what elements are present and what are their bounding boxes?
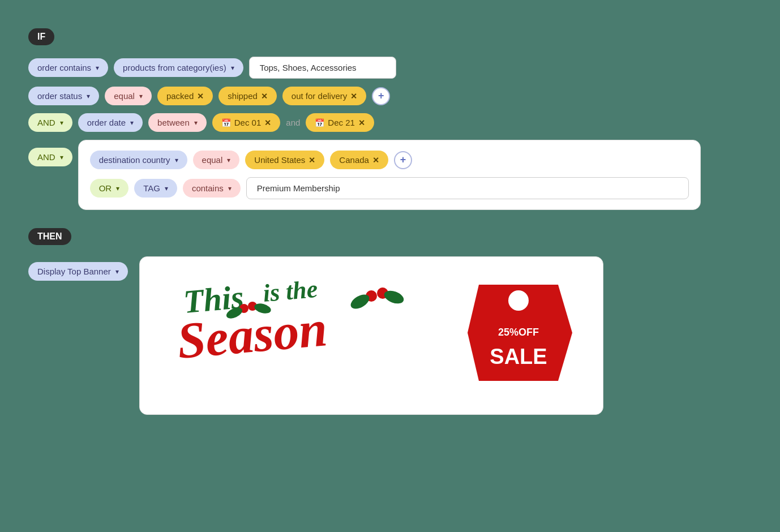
shipped-pill[interactable]: shipped ✕ (218, 87, 277, 105)
destination-country-pill[interactable]: destination country (90, 151, 187, 169)
order-date-pill[interactable]: order date (78, 113, 143, 132)
and-pill-4[interactable]: AND (28, 148, 72, 166)
tag-pill[interactable]: TAG (134, 179, 177, 198)
shipped-close-icon[interactable]: ✕ (261, 92, 268, 101)
then-section: THEN Display Top Banner This is the (28, 228, 742, 415)
out-for-delivery-pill[interactable]: out for delivery ✕ (282, 87, 366, 105)
date1-pill[interactable]: 📅 Dec 01 ✕ (212, 113, 281, 132)
svg-text:25%OFF: 25%OFF (498, 327, 539, 338)
condition-row-1: order contains products from category(ie… (28, 57, 742, 79)
products-from-category-pill[interactable]: products from category(ies) (114, 58, 243, 77)
banner-svg: This is the Season (151, 262, 592, 409)
united-states-close-icon[interactable]: ✕ (308, 156, 315, 165)
nested-row-2: OR TAG contains Premium Membership (90, 177, 689, 199)
premium-membership-input[interactable]: Premium Membership (246, 177, 689, 199)
condition-row-2: order status equal packed ✕ shipped ✕ ou… (28, 87, 742, 105)
nested-condition-box: destination country equal United States … (78, 140, 701, 210)
date2-close-icon[interactable]: ✕ (358, 118, 365, 127)
nested-row-1: destination country equal United States … (90, 151, 689, 169)
add-country-button[interactable]: + (394, 151, 412, 169)
price-tag-group: 25%OFF SALE (468, 285, 572, 381)
united-states-pill[interactable]: United States ✕ (245, 151, 324, 169)
then-action-row: Display Top Banner This is the (28, 256, 742, 415)
and-pill-3[interactable]: AND (28, 113, 72, 132)
if-badge: IF (28, 28, 742, 57)
date2-pill[interactable]: 📅 Dec 21 ✕ (306, 113, 374, 132)
order-contains-pill[interactable]: order contains (28, 58, 108, 77)
packed-pill[interactable]: packed ✕ (157, 87, 213, 105)
equal-pill-2[interactable]: equal (105, 87, 152, 105)
condition-row-4: AND destination country equal United Sta… (28, 140, 742, 210)
categories-input[interactable]: Tops, Shoes, Accessories (249, 57, 396, 79)
canada-pill[interactable]: Canada ✕ (330, 151, 388, 169)
or-pill[interactable]: OR (90, 179, 129, 198)
calendar-icon-2: 📅 (315, 118, 324, 127)
between-pill[interactable]: between (148, 113, 207, 132)
nested-equal-pill[interactable]: equal (193, 151, 240, 169)
banner-preview: This is the Season (139, 256, 603, 415)
and-text-between-dates: and (286, 118, 300, 127)
date1-close-icon[interactable]: ✕ (264, 118, 271, 127)
calendar-icon-1: 📅 (221, 118, 231, 127)
canada-close-icon[interactable]: ✕ (372, 156, 379, 165)
out-for-delivery-close-icon[interactable]: ✕ (350, 92, 357, 101)
order-status-pill[interactable]: order status (28, 87, 99, 105)
add-status-button[interactable]: + (372, 87, 390, 105)
condition-row-3: AND order date between 📅 Dec 01 ✕ and 📅 … (28, 113, 742, 132)
svg-point-12 (508, 290, 529, 311)
svg-text:SALE: SALE (490, 345, 547, 368)
contains-pill[interactable]: contains (183, 179, 241, 198)
banner-content: This is the Season (140, 257, 603, 414)
then-badge-wrapper: THEN (28, 228, 742, 256)
display-top-banner-pill[interactable]: Display Top Banner (28, 262, 128, 281)
packed-close-icon[interactable]: ✕ (197, 92, 204, 101)
